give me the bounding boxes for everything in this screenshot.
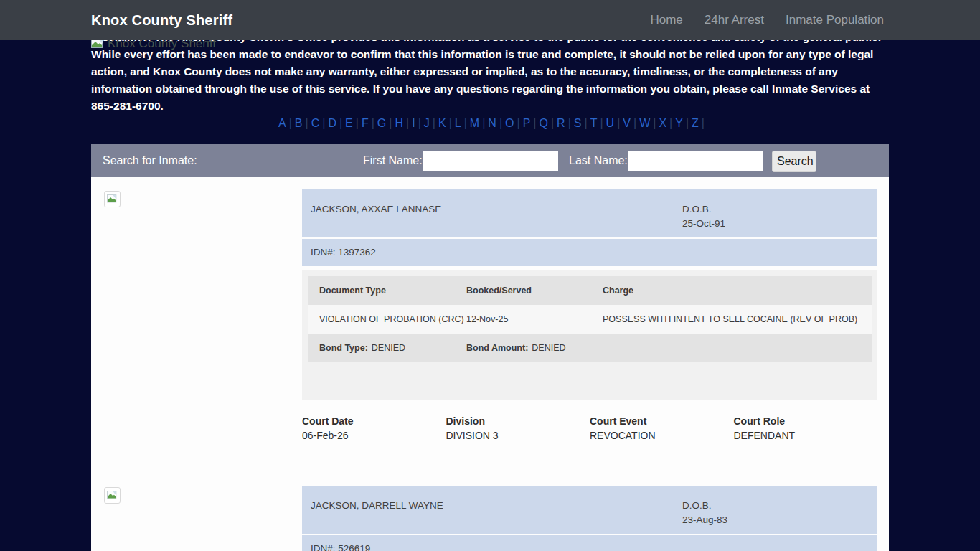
column-header-document-type: Document Type <box>319 286 466 296</box>
bond-type-label: Bond Type: <box>319 343 368 353</box>
court-date-value: 06-Feb-26 <box>302 428 446 443</box>
dob-value: 25-Oct-91 <box>682 217 725 231</box>
bond-type-cell: Bond Type:DENIED <box>319 343 466 353</box>
column-header-charge: Charge <box>603 286 860 296</box>
court-event-label: Court Event <box>590 414 734 428</box>
alphabet-link-q[interactable]: Q <box>536 117 550 129</box>
last-name-label: Last Name: <box>569 154 628 167</box>
dob-block: D.O.B. 23-Aug-83 <box>682 499 727 527</box>
broken-mugshot-image <box>104 191 121 207</box>
court-info: Court Date 06-Feb-26 Division DIVISION 3… <box>302 414 877 443</box>
bond-amount-cell: Bond Amount:DENIED <box>466 343 603 353</box>
charge-row: VIOLATION OF PROBATION (CRC) 12-Nov-25 P… <box>308 305 872 334</box>
mugshot-column <box>91 189 302 443</box>
court-date-col: Court Date 06-Feb-26 <box>302 414 446 443</box>
alphabet-link-j[interactable]: J <box>421 117 433 129</box>
brand-title[interactable]: Knox County Sheriff <box>91 12 232 29</box>
search-button[interactable]: Search <box>772 151 816 172</box>
last-name-input[interactable] <box>628 151 763 171</box>
nav-link-24hr-arrest[interactable]: 24hr Arrest <box>705 13 764 27</box>
alphabet-link-i[interactable]: I <box>409 117 418 129</box>
alphabet-link-o[interactable]: O <box>502 117 517 129</box>
alphabet-link-r[interactable]: R <box>554 117 568 129</box>
alphabet-link-t[interactable]: T <box>588 117 600 129</box>
bond-amount-value: DENIED <box>532 343 565 353</box>
alphabet-link-w[interactable]: W <box>636 117 653 129</box>
division-label: Division <box>446 414 590 428</box>
disclaimer-text: Disclaimer: The Knox County Sheriff's Of… <box>91 29 885 115</box>
dob-label: D.O.B. <box>682 202 725 217</box>
alphabet-link-k[interactable]: K <box>435 117 449 129</box>
mugshot-column <box>91 486 302 551</box>
idn-row: IDN#: 1397362 <box>302 239 877 266</box>
top-navbar: Knox County Sheriff Home 24hr Arrest Inm… <box>0 0 980 40</box>
court-role-value: DEFENDANT <box>734 428 878 443</box>
booked-served-value: 12-Nov-25 <box>466 314 603 324</box>
alphabet-link-e[interactable]: E <box>342 117 356 129</box>
bond-amount-label: Bond Amount: <box>466 343 528 353</box>
court-role-label: Court Role <box>734 414 878 428</box>
division-col: Division DIVISION 3 <box>446 414 590 443</box>
alphabet-link-v[interactable]: V <box>620 117 633 129</box>
record-panel: JACKSON, AXXAE LANNASE D.O.B. 25-Oct-91 … <box>302 189 877 443</box>
alphabet-link-c[interactable]: C <box>308 117 323 129</box>
alphabet-link-a[interactable]: A <box>275 117 289 129</box>
inmate-name: JACKSON, DARRELL WAYNE <box>311 500 443 511</box>
page-container: Knox County Sheriff Disclaimer: The Knox… <box>91 0 889 551</box>
bond-row: Bond Type:DENIED Bond Amount:DENIED <box>308 334 872 362</box>
alphabet-link-l[interactable]: L <box>452 117 464 129</box>
alphabet-link-n[interactable]: N <box>485 117 499 129</box>
broken-image-icon <box>107 491 118 500</box>
dob-value: 23-Aug-83 <box>682 513 727 527</box>
alphabet-separator: | <box>702 117 705 129</box>
document-type-value: VIOLATION OF PROBATION (CRC) <box>319 314 466 324</box>
first-name-input[interactable] <box>423 151 558 171</box>
court-role-col: Court Role DEFENDANT <box>734 414 878 443</box>
record-header: JACKSON, AXXAE LANNASE D.O.B. 25-Oct-91 <box>302 189 877 237</box>
idn-row: IDN#: 526619 <box>302 535 877 551</box>
court-event-col: Court Event REVOCATION <box>590 414 734 443</box>
alphabet-link-p[interactable]: P <box>520 117 534 129</box>
court-date-label: Court Date <box>302 414 446 428</box>
alphabet-link-s[interactable]: S <box>571 117 585 129</box>
charges-table: Document Type Booked/Served Charge VIOLA… <box>302 270 877 400</box>
dob-label: D.O.B. <box>682 499 727 513</box>
dob-block: D.O.B. 25-Oct-91 <box>682 202 725 231</box>
results-list: JACKSON, AXXAE LANNASE D.O.B. 25-Oct-91 … <box>91 177 889 551</box>
broken-image-icon <box>107 194 118 204</box>
alphabet-separator: | <box>600 117 603 129</box>
alphabet-link-u[interactable]: U <box>603 117 618 129</box>
alphabet-link-m[interactable]: M <box>467 117 482 129</box>
nav-links: Home 24hr Arrest Inmate Population <box>650 13 884 27</box>
broken-mugshot-image <box>104 487 121 504</box>
search-title: Search for Inmate: <box>103 154 197 167</box>
alphabet-link-g[interactable]: G <box>374 117 389 129</box>
alphabet-link-f[interactable]: F <box>359 117 372 129</box>
nav-link-home[interactable]: Home <box>650 13 682 27</box>
inmate-search-bar: Search for Inmate: First Name: Last Name… <box>91 144 889 177</box>
alphabet-link-y[interactable]: Y <box>672 117 686 129</box>
record-panel: JACKSON, DARRELL WAYNE D.O.B. 23-Aug-83 … <box>302 486 877 551</box>
alphabet-links: A|B|C|D|E|F|G|H|I|J|K|L|M|N|O|P|Q|R|S|T|… <box>91 117 889 133</box>
first-name-label: First Name: <box>363 154 423 167</box>
alphabet-link-d[interactable]: D <box>325 117 339 129</box>
charge-value: POSSESS WITH INTENT TO SELL COCAINE (REV… <box>603 314 860 324</box>
column-header-booked-served: Booked/Served <box>466 286 603 296</box>
alphabet-link-z[interactable]: Z <box>689 117 702 129</box>
inmate-name: JACKSON, AXXAE LANNASE <box>311 204 441 215</box>
inmate-record: JACKSON, DARRELL WAYNE D.O.B. 23-Aug-83 … <box>91 486 889 551</box>
inmate-record: JACKSON, AXXAE LANNASE D.O.B. 25-Oct-91 … <box>91 189 889 443</box>
charges-table-header: Document Type Booked/Served Charge <box>308 276 872 305</box>
court-event-value: REVOCATION <box>590 428 734 443</box>
alphabet-link-x[interactable]: X <box>656 117 669 129</box>
alphabet-link-b[interactable]: B <box>292 117 306 129</box>
record-header: JACKSON, DARRELL WAYNE D.O.B. 23-Aug-83 <box>302 486 877 534</box>
nav-link-inmate-population[interactable]: Inmate Population <box>786 13 884 27</box>
division-value: DIVISION 3 <box>446 428 590 443</box>
alphabet-link-h[interactable]: H <box>392 117 406 129</box>
bond-type-value: DENIED <box>372 343 405 353</box>
